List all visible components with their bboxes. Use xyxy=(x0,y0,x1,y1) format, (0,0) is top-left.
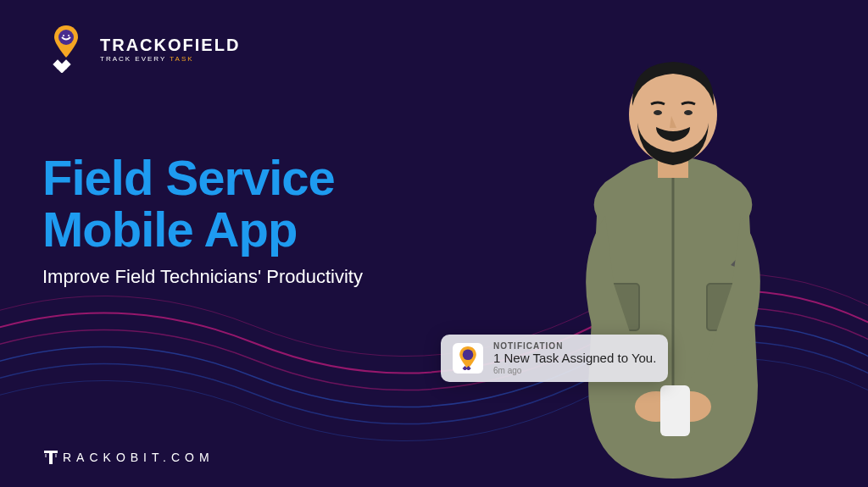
hero-title-line1: Field Service xyxy=(42,152,363,204)
logo-tagline: TRACK EVERY TASK xyxy=(100,55,240,63)
brand-logo: TRACKOFIELD TRACK EVERY TASK xyxy=(42,25,240,73)
svg-point-1 xyxy=(63,35,64,36)
logo-mark xyxy=(42,25,90,73)
svg-point-17 xyxy=(463,350,474,361)
diamond-icon xyxy=(49,56,83,73)
notification-body: 1 New Task Assigned to You. xyxy=(493,351,656,365)
svg-rect-12 xyxy=(660,385,690,436)
hero-section: Field Service Mobile App Improve Field T… xyxy=(42,152,363,288)
pin-icon xyxy=(53,25,80,59)
logo-title: TRACKOFIELD xyxy=(100,36,240,55)
notification-card[interactable]: NOTIFICATION 1 New Task Assigned to You.… xyxy=(441,335,668,382)
notification-app-icon xyxy=(453,343,483,374)
trackobit-t-icon xyxy=(42,449,59,466)
svg-rect-21 xyxy=(49,451,53,464)
svg-point-16 xyxy=(684,110,693,115)
svg-point-0 xyxy=(58,30,74,45)
notification-label: NOTIFICATION xyxy=(493,341,656,351)
svg-point-15 xyxy=(654,110,662,115)
hero-subtitle: Improve Field Technicians' Productivity xyxy=(42,266,363,288)
technician-image xyxy=(512,47,834,487)
notification-time: 6m ago xyxy=(493,366,656,375)
footer-brand: RACKOBIT.COM xyxy=(42,449,214,466)
footer-brand-text: RACKOBIT.COM xyxy=(63,451,214,464)
svg-point-2 xyxy=(68,35,70,36)
hero-title: Field Service Mobile App xyxy=(42,152,363,256)
hero-title-line2: Mobile App xyxy=(42,204,363,256)
logo-tagline-highlight: TASK xyxy=(170,55,193,63)
logo-tagline-prefix: TRACK EVERY xyxy=(100,55,170,63)
trackofield-pin-icon xyxy=(458,346,478,370)
